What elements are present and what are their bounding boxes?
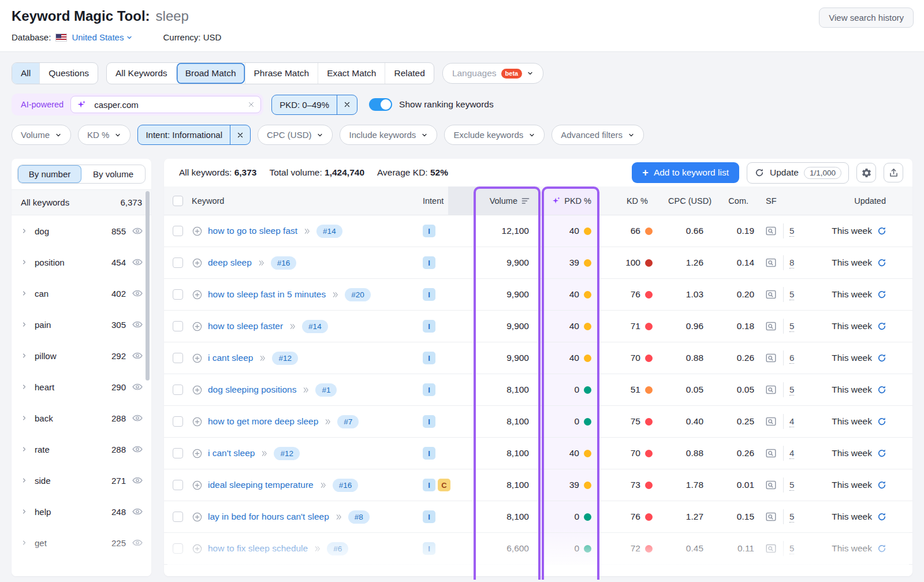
tab[interactable]: All — [12, 63, 39, 84]
row-checkbox[interactable] — [173, 416, 183, 427]
serp-features-count[interactable]: 6 — [789, 353, 794, 364]
row-checkbox[interactable] — [173, 353, 183, 363]
view-search-history-button[interactable]: View search history — [819, 8, 914, 28]
refresh-metrics-icon[interactable] — [877, 353, 887, 363]
column-updated[interactable]: Updated — [820, 196, 912, 206]
keyword-group-item[interactable]: back 288 — [12, 402, 151, 434]
eye-icon[interactable] — [132, 506, 143, 517]
keyword-group-item[interactable]: rate 288 — [12, 434, 151, 465]
serp-preview-icon[interactable] — [765, 415, 777, 428]
add-keyword-icon[interactable] — [192, 385, 203, 396]
row-checkbox[interactable] — [173, 448, 183, 458]
keyword-group-item[interactable]: help 248 — [12, 496, 151, 527]
filter-dropdown[interactable]: Advanced filters — [552, 125, 644, 145]
row-checkbox[interactable] — [173, 321, 183, 331]
keyword-link[interactable]: dog sleeping positions — [208, 385, 296, 395]
eye-icon[interactable] — [132, 475, 143, 486]
eye-icon[interactable] — [132, 412, 143, 424]
serp-features-count[interactable]: 5 — [789, 480, 794, 491]
tab[interactable]: Exact Match — [318, 63, 385, 84]
column-pkd[interactable]: PKD % — [544, 186, 598, 215]
languages-dropdown[interactable]: Languages beta — [442, 63, 543, 84]
export-button[interactable] — [884, 163, 903, 182]
refresh-metrics-icon[interactable] — [877, 416, 887, 427]
filter-dropdown[interactable]: Volume — [12, 125, 71, 145]
serp-features-count[interactable]: 5 — [789, 226, 794, 237]
remove-intent-filter-icon[interactable] — [230, 125, 250, 144]
domain-input[interactable]: casper.com — [70, 96, 261, 113]
eye-icon[interactable] — [132, 381, 143, 393]
eye-icon[interactable] — [132, 443, 143, 455]
serp-preview-icon[interactable] — [765, 542, 777, 555]
all-keywords-row[interactable]: All keywords 6,373 — [12, 189, 151, 215]
expand-keyword-icon[interactable] — [323, 417, 332, 426]
keyword-group-item[interactable]: can 402 — [12, 278, 151, 309]
eye-icon[interactable] — [132, 319, 143, 330]
keyword-group-item[interactable]: heart 290 — [12, 371, 151, 402]
add-keyword-icon[interactable] — [192, 512, 203, 523]
serp-features-count[interactable]: 5 — [789, 385, 794, 396]
serp-preview-icon[interactable] — [765, 447, 777, 460]
expand-keyword-icon[interactable] — [303, 227, 311, 236]
expand-keyword-icon[interactable] — [257, 259, 266, 267]
eye-icon[interactable] — [132, 537, 143, 549]
tab[interactable]: Phrase Match — [245, 63, 318, 84]
eye-icon[interactable] — [132, 288, 143, 299]
refresh-metrics-icon[interactable] — [877, 448, 887, 458]
add-keyword-icon[interactable] — [192, 353, 203, 364]
keyword-group-item[interactable]: get 225 — [12, 527, 151, 558]
tab[interactable]: All Keywords — [107, 63, 176, 84]
refresh-metrics-icon[interactable] — [877, 226, 887, 236]
column-sf[interactable]: SF — [762, 196, 820, 206]
add-keyword-icon[interactable] — [192, 416, 203, 427]
expand-keyword-icon[interactable] — [288, 322, 297, 331]
expand-keyword-icon[interactable] — [319, 481, 327, 490]
serp-features-count[interactable]: 5 — [789, 289, 794, 300]
refresh-metrics-icon[interactable] — [877, 543, 887, 554]
serp-features-count[interactable]: 4 — [789, 416, 794, 427]
expand-keyword-icon[interactable] — [258, 354, 267, 363]
add-keyword-icon[interactable] — [192, 480, 203, 491]
expand-keyword-icon[interactable] — [260, 449, 269, 458]
keyword-link[interactable]: ideal sleeping temperature — [208, 480, 314, 490]
serp-preview-icon[interactable] — [765, 288, 777, 301]
add-keyword-icon[interactable] — [192, 321, 203, 332]
tab-by-number[interactable]: By number — [18, 165, 81, 183]
refresh-metrics-icon[interactable] — [877, 512, 887, 522]
keyword-group-item[interactable]: pain 305 — [12, 309, 151, 340]
row-checkbox[interactable] — [173, 258, 183, 268]
remove-pkd-filter-icon[interactable] — [337, 95, 357, 114]
filter-dropdown[interactable]: CPC (USD) — [258, 125, 333, 145]
serp-features-count[interactable]: 5 — [789, 512, 794, 523]
refresh-metrics-icon[interactable] — [877, 385, 887, 395]
pkd-chip-label[interactable]: PKD: 0–49% — [272, 95, 337, 114]
eye-icon[interactable] — [132, 350, 143, 361]
keyword-group-item[interactable]: side 271 — [12, 465, 151, 496]
column-kd[interactable]: KD % — [598, 196, 665, 206]
serp-preview-icon[interactable] — [765, 256, 777, 269]
keyword-group-item[interactable]: pillow 292 — [12, 340, 151, 371]
table-settings-button[interactable] — [856, 163, 876, 182]
serp-features-count[interactable]: 8 — [789, 258, 794, 268]
expand-keyword-icon[interactable] — [334, 513, 343, 521]
sidebar-scrollbar[interactable] — [146, 191, 150, 380]
refresh-metrics-icon[interactable] — [877, 258, 887, 268]
keyword-link[interactable]: how to get more deep sleep — [208, 416, 318, 427]
keyword-link[interactable]: how to fix sleep schedule — [208, 543, 308, 554]
refresh-metrics-icon[interactable] — [877, 480, 887, 490]
keyword-link[interactable]: i can't sleep — [208, 448, 255, 458]
tab[interactable]: Related — [385, 63, 433, 84]
column-com[interactable]: Com. — [718, 196, 762, 206]
expand-keyword-icon[interactable] — [331, 290, 340, 299]
serp-preview-icon[interactable] — [765, 479, 777, 491]
keyword-link[interactable]: how to go to sleep fast — [208, 226, 297, 236]
eye-icon[interactable] — [132, 225, 143, 237]
expand-keyword-icon[interactable] — [301, 386, 310, 394]
column-cpc[interactable]: CPC (USD) — [665, 196, 718, 206]
keyword-link[interactable]: i cant sleep — [208, 353, 253, 363]
keyword-link[interactable]: deep sleep — [208, 258, 252, 268]
database-selector[interactable]: United States — [72, 32, 133, 42]
column-keyword[interactable]: Keyword — [192, 196, 423, 206]
select-all-checkbox[interactable] — [173, 196, 183, 206]
add-keyword-icon[interactable] — [192, 543, 203, 554]
